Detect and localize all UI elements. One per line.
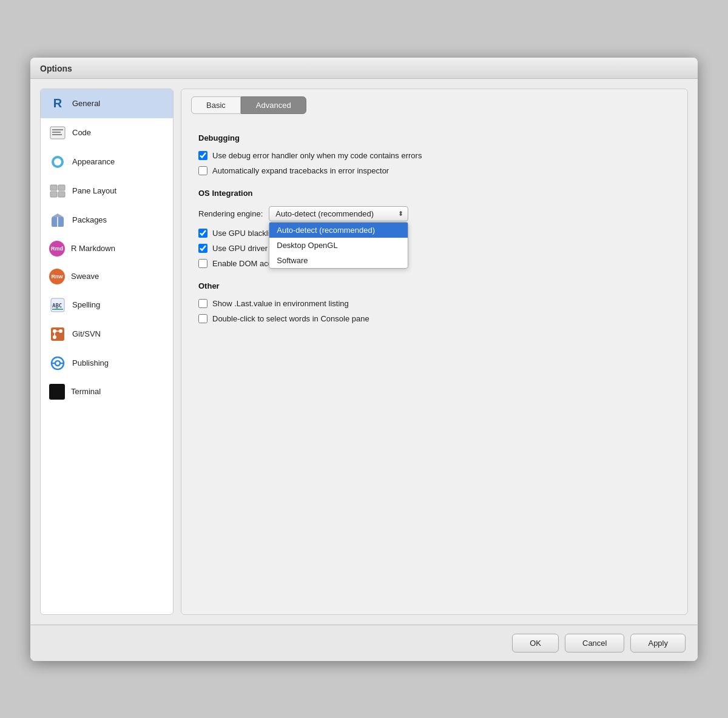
ok-button[interactable]: OK: [512, 634, 559, 653]
svg-rect-6: [50, 185, 57, 190]
checkbox-double-click: Double-click to select words in Console …: [198, 314, 670, 323]
sidebar-item-label: Pane Layout: [72, 186, 116, 195]
tab-bar: Basic Advanced: [181, 89, 687, 114]
sidebar-item-code[interactable]: Code: [41, 118, 173, 147]
sidebar-item-terminal[interactable]: Terminal: [41, 378, 173, 406]
dropdown-option-auto[interactable]: Auto-detect (recommended): [269, 223, 408, 238]
svg-point-23: [55, 361, 60, 366]
tab-advanced[interactable]: Advanced: [241, 96, 306, 114]
dialog-title: Options: [40, 64, 72, 73]
sidebar-item-label: Sweave: [71, 272, 99, 281]
r-markdown-icon: Rmd: [49, 241, 65, 257]
sidebar-item-sweave[interactable]: Rnw Sweave: [41, 263, 173, 290]
apply-label: Apply: [648, 639, 668, 648]
sidebar-item-label: R Markdown: [71, 244, 115, 253]
options-dialog: Options R General Code Appearance: [30, 58, 698, 661]
last-value-label: Show .Last.value in environment listing: [212, 299, 349, 308]
rendering-engine-popup: Auto-detect (recommended) Desktop OpenGL…: [269, 222, 408, 269]
pane-layout-icon: [49, 183, 66, 200]
rendering-engine-select[interactable]: Auto-detect (recommended) Desktop OpenGL…: [269, 206, 408, 221]
spelling-icon: ABC: [49, 297, 66, 314]
svg-point-5: [54, 158, 61, 166]
svg-rect-9: [58, 192, 65, 197]
sidebar-item-label: Spelling: [72, 300, 100, 309]
main-content: Basic Advanced Debugging Use debug error…: [181, 89, 688, 615]
sidebar-item-label: Publishing: [72, 358, 109, 367]
section-os-integration-title: OS Integration: [198, 189, 670, 198]
code-icon: [49, 124, 66, 141]
content-area: Debugging Use debug error handler only w…: [181, 114, 687, 614]
general-icon: R: [49, 95, 66, 112]
expand-tracebacks-checkbox[interactable]: [198, 166, 207, 175]
git-icon: [49, 326, 66, 343]
checkbox-expand-tracebacks: Automatically expand tracebacks in error…: [198, 166, 670, 175]
expand-tracebacks-label: Automatically expand tracebacks in error…: [212, 166, 389, 175]
appearance-icon: [49, 153, 66, 170]
rendering-engine-row: Rendering engine: Auto-detect (recommend…: [198, 206, 670, 221]
cancel-label: Cancel: [582, 639, 607, 648]
tab-basic-label: Basic: [206, 101, 226, 110]
sidebar-item-label: Code: [72, 128, 91, 137]
sidebar-item-label: Appearance: [72, 157, 115, 166]
tab-advanced-label: Advanced: [256, 101, 291, 110]
sidebar-item-git-svn[interactable]: Git/SVN: [41, 320, 173, 349]
checkbox-last-value: Show .Last.value in environment listing: [198, 299, 670, 308]
gpu-blacklist-checkbox[interactable]: [198, 229, 207, 238]
svg-marker-11: [52, 213, 64, 217]
sidebar-item-label: General: [72, 99, 100, 108]
double-click-label: Double-click to select words in Console …: [212, 314, 369, 323]
sweave-icon: Rnw: [49, 269, 65, 284]
sidebar-item-label: Packages: [72, 215, 107, 224]
sidebar-item-label: Terminal: [71, 387, 101, 396]
sidebar-item-label: Git/SVN: [72, 329, 101, 338]
sidebar-item-publishing[interactable]: Publishing: [41, 349, 173, 378]
apply-button[interactable]: Apply: [630, 634, 686, 653]
sidebar-item-general[interactable]: R General: [41, 89, 173, 118]
svg-point-17: [53, 335, 56, 339]
rendering-engine-label: Rendering engine:: [198, 209, 263, 218]
rendering-engine-dropdown-wrapper: Auto-detect (recommended) Desktop OpenGL…: [269, 206, 408, 221]
tab-basic[interactable]: Basic: [191, 96, 241, 114]
terminal-icon: [49, 384, 65, 400]
svg-rect-7: [58, 185, 65, 190]
checkbox-debug-error-handler: Use debug error handler only when my cod…: [198, 151, 670, 160]
publishing-icon: [49, 355, 66, 372]
section-debugging-title: Debugging: [198, 133, 670, 143]
sidebar-item-spelling[interactable]: ABC Spelling: [41, 290, 173, 320]
dom-accessibility-checkbox[interactable]: [198, 259, 207, 268]
dialog-body: R General Code Appearance: [30, 79, 698, 625]
last-value-checkbox[interactable]: [198, 299, 207, 308]
debug-error-handler-checkbox[interactable]: [198, 151, 207, 160]
svg-rect-0: [50, 127, 65, 139]
dropdown-option-software[interactable]: Software: [269, 253, 408, 268]
ok-label: OK: [530, 639, 541, 648]
dropdown-option-desktop-opengl[interactable]: Desktop OpenGL: [269, 238, 408, 253]
cancel-button[interactable]: Cancel: [565, 634, 624, 653]
title-bar: Options: [30, 58, 698, 79]
svg-rect-8: [50, 192, 57, 197]
sidebar-item-r-markdown[interactable]: Rmd R Markdown: [41, 235, 173, 263]
debug-error-handler-label: Use debug error handler only when my cod…: [212, 151, 422, 160]
packages-icon: [49, 212, 66, 229]
sidebar-item-packages[interactable]: Packages: [41, 206, 173, 235]
sidebar: R General Code Appearance: [40, 89, 174, 615]
dialog-footer: OK Cancel Apply: [30, 625, 698, 661]
sidebar-item-pane-layout[interactable]: Pane Layout: [41, 176, 173, 206]
gpu-driver-checkbox[interactable]: [198, 244, 207, 253]
svg-rect-16: [51, 327, 64, 341]
section-other-title: Other: [198, 281, 670, 290]
double-click-checkbox[interactable]: [198, 314, 207, 323]
sidebar-item-appearance[interactable]: Appearance: [41, 147, 173, 176]
